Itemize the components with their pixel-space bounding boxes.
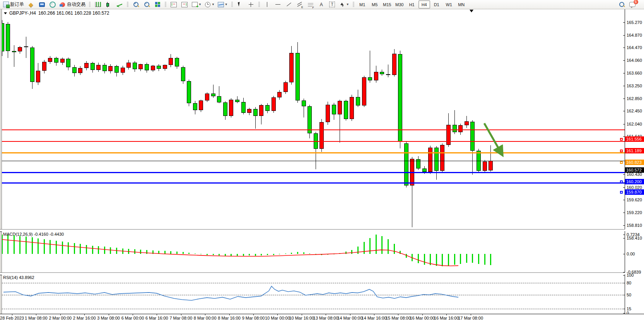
tile-windows-button[interactable]	[152, 0, 162, 9]
bar-chart-button[interactable]	[93, 0, 103, 9]
crosshair-icon	[248, 2, 254, 8]
new-order-label: 新订单	[10, 1, 24, 8]
time-axis-label: 8 Mar 16:00	[218, 316, 241, 320]
macd-pane[interactable]: MACD(12,26,9) -0.4160 -0.4430	[2, 231, 625, 273]
fibonacci-tool-button[interactable]: F	[306, 0, 316, 9]
timeframe-m15-button[interactable]: M15	[381, 0, 393, 9]
price-axis-tick-label: 158.810	[627, 223, 642, 228]
text-label-tool-button[interactable]: T	[327, 0, 337, 9]
time-axis-tick-mark	[205, 314, 205, 315]
candlestick-chart-button[interactable]	[104, 0, 114, 9]
zoom-in-icon: +	[133, 2, 139, 8]
time-axis-label: 1 Mar 08:00	[25, 316, 48, 320]
toolbar-grip[interactable]	[353, 2, 354, 8]
text-tool-button[interactable]: A	[316, 0, 326, 9]
channel-tool-button[interactable]: E	[295, 0, 305, 9]
timeframe-h1-button[interactable]: H1	[406, 0, 418, 9]
autotrade-label: 自动交易	[67, 1, 85, 8]
templates-button[interactable]: ▼	[217, 0, 229, 9]
main-price-pane[interactable]: GBPJPY-,H4 160.266 161.061 160.228 160.5…	[2, 9, 625, 229]
time-axis-tick-mark	[109, 314, 109, 315]
add-indicator-icon	[191, 2, 198, 8]
fibonacci-icon: F	[308, 2, 313, 7]
axis-tick-mark	[623, 275, 625, 276]
new-order-button[interactable]: 新订单	[2, 0, 25, 9]
time-axis-tick-mark	[422, 314, 423, 315]
time-axis[interactable]: 28 Feb 20231 Mar 08:002 Mar 00:002 Mar 1…	[0, 314, 644, 322]
price-axis[interactable]: 165.270164.870164.470164.060163.660163.2…	[625, 9, 644, 321]
time-axis-label: 7 Mar 08:00	[169, 316, 192, 320]
signals-button[interactable]	[48, 0, 58, 9]
price-axis-tick-label: 160.020	[627, 185, 642, 190]
template-icon	[218, 2, 224, 8]
timeframe-m1-button[interactable]: M1	[357, 0, 368, 9]
cursor-tool-button[interactable]	[235, 0, 245, 9]
zoom-in-button[interactable]: +	[131, 0, 141, 9]
top-toolbar: 新订单 ◆ 自动交易 + − ▼ ▼	[0, 0, 644, 9]
price-axis-tick-label: 159.620	[627, 197, 642, 202]
axis-tick-mark	[623, 295, 625, 295]
time-axis-label: 2 Mar 00:00	[49, 316, 72, 320]
new-order-icon	[3, 2, 9, 8]
price-axis-tick-label: 163.660	[627, 71, 642, 75]
time-axis-tick-mark	[133, 314, 133, 315]
timeframe-w1-button[interactable]: W1	[443, 0, 455, 9]
market-watch-button[interactable]: ◆	[26, 0, 36, 9]
clock-icon	[205, 2, 211, 8]
time-axis-tick-mark	[60, 314, 61, 315]
timeframe-h4-button[interactable]: H4	[419, 0, 430, 9]
indicator-window-icon	[181, 2, 188, 8]
autotrade-button[interactable]: 自动交易	[58, 0, 87, 9]
rsi-line	[2, 274, 625, 314]
search-icon	[618, 2, 625, 8]
timeframe-m30-button[interactable]: M30	[394, 0, 405, 9]
time-axis-label: 16 Mar 16:00	[434, 316, 459, 320]
time-axis-tick-mark	[471, 314, 471, 315]
add-indicator-button[interactable]: ▼	[190, 0, 203, 9]
rsi-axis-tick-label: 100	[627, 273, 634, 277]
time-axis-tick-mark	[229, 314, 230, 315]
price-axis-tick-label: 164.060	[627, 58, 642, 63]
time-axis-tick-mark	[374, 314, 374, 315]
toolbar-grip[interactable]	[127, 2, 128, 8]
search-button[interactable]	[617, 0, 627, 9]
rsi-pane[interactable]: RSI(14) 43.8962	[2, 274, 625, 314]
notifications-button[interactable]: 1	[627, 0, 637, 9]
timeframe-d1-button[interactable]: D1	[431, 0, 442, 9]
time-axis-tick-mark	[253, 314, 254, 315]
terminal-icon	[39, 2, 45, 8]
equidistant-channel-icon: E	[297, 2, 302, 7]
arrows-tool-button[interactable]: ▼	[338, 0, 350, 9]
zoom-out-button[interactable]: −	[142, 0, 152, 9]
periods-button[interactable]: ▼	[203, 0, 216, 9]
horizontal-line-tool-button[interactable]	[273, 0, 283, 9]
vertical-line-tool-button[interactable]	[262, 0, 272, 9]
crosshair-tool-button[interactable]	[246, 0, 256, 9]
chevron-down-icon: ▼	[225, 3, 228, 6]
axis-tick-mark	[623, 313, 625, 313]
toolbar-grip[interactable]	[165, 2, 166, 8]
axis-tick-mark	[623, 283, 625, 283]
axis-tick-mark	[623, 235, 625, 235]
price-axis-tick-label: 162.850	[627, 96, 642, 101]
rsi-axis-tick-label: 80	[627, 281, 631, 285]
radar-icon	[50, 2, 56, 8]
toolbar-grip[interactable]	[231, 2, 233, 8]
time-axis-label: 13 Mar 08:00	[313, 316, 338, 320]
timeframe-mn-button[interactable]: MN	[456, 0, 467, 9]
time-axis-label: 6 Mar 16:00	[145, 316, 168, 320]
timeframe-m5-button[interactable]: M5	[369, 0, 381, 9]
indicator-window-1-button[interactable]	[169, 0, 179, 9]
cursor-icon	[237, 2, 243, 8]
macd-signal-line	[2, 231, 625, 273]
indicator-window-icon	[171, 2, 177, 8]
time-axis-label: 6 Mar 00:00	[121, 316, 144, 320]
trendline-tool-button[interactable]	[284, 0, 294, 9]
toolbar-grip[interactable]	[89, 2, 91, 8]
toolbar-grip[interactable]	[258, 2, 260, 8]
down-trend-arrow-annotation[interactable]	[2, 9, 625, 229]
line-chart-button[interactable]	[114, 0, 125, 9]
terminal-button[interactable]	[37, 0, 47, 9]
indicator-window-2-button[interactable]	[179, 0, 190, 9]
diamond-icon: ◆	[28, 2, 34, 8]
